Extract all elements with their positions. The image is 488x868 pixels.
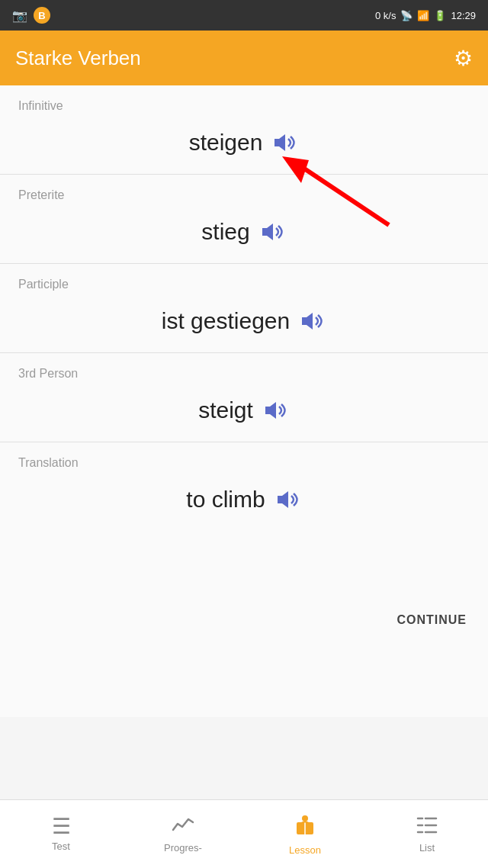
lesson-icon — [294, 813, 316, 841]
status-right: 0 k/s 📡 📶 🔋 12:29 — [375, 10, 476, 21]
participle-word: ist gestiegen — [162, 308, 290, 334]
participle-section: Participle ist gestiegen — [0, 264, 488, 352]
continue-button[interactable]: CONTINUE — [393, 607, 470, 633]
third-person-speaker-button[interactable] — [262, 399, 290, 422]
speaker-svg-third-person — [262, 399, 290, 422]
progress-icon — [172, 815, 194, 839]
camera-icon: 📷 — [12, 8, 27, 23]
svg-marker-1 — [262, 223, 273, 240]
spacer — [0, 531, 488, 592]
bottom-spacer — [0, 648, 488, 717]
infinitive-row: steigen — [18, 119, 470, 174]
main-content: Infinitive steigen Preterite stieg — [0, 85, 488, 717]
third-person-row: steigt — [18, 387, 470, 442]
battery-icon: 🔋 — [434, 10, 446, 21]
third-person-label: 3rd Person — [18, 367, 470, 381]
infinitive-word: steigen — [189, 130, 263, 156]
list-icon — [416, 815, 438, 839]
participle-row: ist gestiegen — [18, 297, 470, 352]
cast-icon: 📡 — [400, 10, 413, 21]
status-bar: 📷 B 0 k/s 📡 📶 🔋 12:29 — [0, 0, 488, 31]
translation-speaker-button[interactable] — [274, 488, 302, 511]
clock: 12:29 — [451, 10, 476, 21]
nav-item-list[interactable]: List — [366, 815, 488, 854]
settings-icon[interactable]: ⚙ — [454, 46, 473, 71]
status-left: 📷 B — [12, 7, 50, 24]
preterite-section: Preterite stieg — [0, 175, 488, 263]
svg-marker-0 — [274, 134, 285, 151]
participle-label: Participle — [18, 278, 470, 291]
speaker-svg-participle — [299, 310, 326, 333]
speaker-svg-preterite — [259, 220, 287, 243]
progress-label: Progres- — [164, 842, 202, 854]
nav-item-test[interactable]: ☰ Test — [0, 816, 122, 852]
preterite-speaker-button[interactable] — [259, 220, 287, 243]
infinitive-label: Infinitive — [18, 99, 470, 113]
svg-marker-4 — [278, 491, 288, 508]
svg-marker-2 — [302, 313, 313, 330]
translation-word: to climb — [186, 487, 265, 513]
bottom-nav: ☰ Test Progres- Lesson — [0, 799, 488, 868]
speed-indicator: 0 k/s — [375, 10, 396, 21]
infinitive-section: Infinitive steigen — [0, 85, 488, 174]
preterite-word: stieg — [201, 219, 249, 245]
lesson-label: Lesson — [289, 844, 321, 856]
translation-row: to climb — [18, 476, 470, 531]
participle-speaker-button[interactable] — [299, 310, 326, 333]
app-title: Starke Verben — [15, 47, 141, 70]
nav-item-progress[interactable]: Progres- — [122, 815, 244, 854]
test-icon: ☰ — [52, 816, 71, 837]
speaker-svg-translation — [274, 488, 302, 511]
preterite-label: Preterite — [18, 188, 470, 202]
preterite-row: stieg — [18, 208, 470, 263]
speaker-svg-infinitive — [271, 131, 299, 154]
list-label: List — [419, 842, 435, 854]
svg-point-9 — [302, 815, 308, 821]
app-bar: Starke Verben ⚙ — [0, 31, 488, 85]
infinitive-speaker-button[interactable] — [271, 131, 299, 154]
svg-marker-3 — [265, 402, 276, 419]
third-person-word: steigt — [198, 397, 253, 423]
nav-item-lesson[interactable]: Lesson — [244, 813, 366, 856]
signal-icon: 📶 — [417, 10, 429, 21]
third-person-section: 3rd Person steigt — [0, 353, 488, 442]
test-label: Test — [52, 841, 70, 852]
translation-label: Translation — [18, 456, 470, 470]
continue-row: CONTINUE — [0, 592, 488, 648]
translation-section: Translation to climb — [0, 442, 488, 531]
b-icon: B — [34, 7, 50, 24]
